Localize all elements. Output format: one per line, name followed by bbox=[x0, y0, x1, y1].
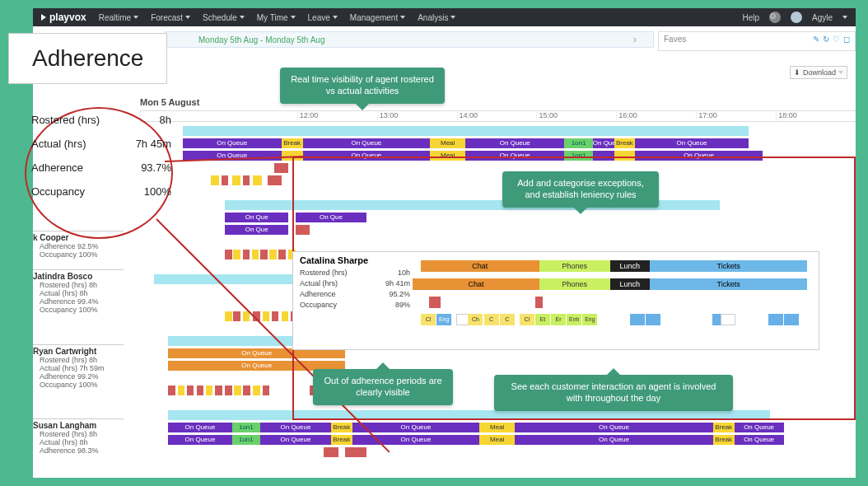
time-tick: 17:00 bbox=[696, 111, 776, 121]
detail-row-actual[interactable]: Chat Phones Lunch Tickets bbox=[421, 277, 815, 292]
play-icon bbox=[41, 14, 46, 21]
chevron-down-icon bbox=[842, 16, 847, 19]
chevron-down-icon bbox=[838, 71, 843, 74]
callout-adherence: Out of adherence periods are clearly vis… bbox=[313, 369, 453, 405]
gantt-row[interactable] bbox=[140, 409, 847, 421]
slide-frame-right bbox=[856, 0, 868, 486]
detail-row-rostered[interactable]: Chat Phones Lunch Tickets bbox=[421, 259, 815, 273]
nav-analysis[interactable]: Analysis bbox=[418, 13, 455, 22]
nav-leave[interactable]: Leave bbox=[308, 13, 338, 22]
agent-card[interactable]: Jatindra Bosco Rostered (hrs) 8h Actual … bbox=[33, 269, 124, 314]
nav-mytime[interactable]: My Time bbox=[257, 13, 296, 22]
date-header: Mon 5 August bbox=[140, 97, 199, 107]
bookmark-icon[interactable]: ◻ bbox=[843, 35, 850, 44]
avatar[interactable] bbox=[791, 12, 802, 23]
gantt-row[interactable]: On Queue 1on1 On Queue Break On Queue Me… bbox=[140, 434, 847, 446]
callout-exceptions: Add and categorise exceptions, and estab… bbox=[502, 171, 659, 208]
interaction-chips[interactable]: Cl Eng Ch C C Cl Et Er Enh Eng bbox=[421, 313, 815, 326]
chevron-down-icon bbox=[291, 16, 296, 19]
metric-value: 93.7% bbox=[141, 161, 171, 174]
time-tick: 12:00 bbox=[297, 111, 377, 121]
help-link[interactable]: Help bbox=[742, 13, 759, 22]
gantt-row[interactable] bbox=[140, 446, 847, 458]
metric-value: 100% bbox=[144, 185, 171, 198]
agent-card[interactable]: Susan Langham Rostered (hrs) 8h Actual (… bbox=[33, 418, 124, 455]
callout-realtime: Real time visibility of agent rostered v… bbox=[280, 68, 445, 104]
brand-text: playvox bbox=[49, 12, 86, 23]
chevron-down-icon bbox=[333, 16, 338, 19]
faves-panel: Faves ✎ ↻ ♡ ◻ bbox=[658, 31, 856, 51]
chevron-down-icon bbox=[240, 16, 245, 19]
metric-label: Rostered (hrs) bbox=[31, 114, 100, 126]
metric-label: Actual (hrs) bbox=[31, 138, 86, 150]
metric-label: Adherence bbox=[31, 161, 83, 174]
time-axis: 12:00 13:00 14:00 15:00 16:00 17:00 18:0… bbox=[140, 110, 856, 122]
agent-card[interactable]: Ryan Cartwright Rostered (hrs) 8h Actual… bbox=[33, 344, 124, 389]
gantt-row[interactable]: On Queue 1on1 On Queue Break On Queue Me… bbox=[140, 422, 847, 433]
date-range-bar[interactable]: Monday 5th Aug - Monday 5th Aug › bbox=[165, 31, 654, 48]
heart-icon[interactable]: ♡ bbox=[833, 35, 840, 44]
slide-frame-bottom bbox=[0, 478, 868, 486]
brand-logo[interactable]: playvox bbox=[41, 12, 86, 23]
chevron-down-icon bbox=[133, 16, 138, 19]
chevron-down-icon bbox=[400, 16, 405, 19]
agent-detail-popup[interactable]: Catalina Sharpe Rostered (hrs)10h Actual… bbox=[292, 251, 819, 350]
time-tick: 15:00 bbox=[536, 111, 616, 121]
gantt-row[interactable]: On Queue Break On Queue Meal On Queue 1o… bbox=[140, 138, 847, 149]
gantt-row[interactable]: On Queue On Queue Meal On Queue 1on1 On … bbox=[140, 150, 847, 161]
detail-row-adherence[interactable] bbox=[421, 295, 815, 310]
nav-management[interactable]: Management bbox=[350, 13, 405, 22]
gear-icon[interactable]: ⚙ bbox=[769, 12, 781, 23]
user-name[interactable]: Agyle bbox=[812, 13, 833, 22]
refresh-icon[interactable]: ↻ bbox=[823, 35, 829, 44]
edit-icon[interactable]: ✎ bbox=[813, 35, 819, 44]
time-tick: 16:00 bbox=[616, 111, 696, 121]
gantt-row[interactable]: On Que On Que bbox=[140, 212, 847, 223]
gantt-row[interactable] bbox=[140, 125, 847, 137]
top-navbar: playvox Realtime Forecast Schedule My Ti… bbox=[33, 8, 856, 26]
download-icon: ⬇ bbox=[794, 68, 800, 77]
agent-card[interactable]: k Cooper Adherence 92.5% Occupancy 100% bbox=[33, 231, 124, 259]
nav-realtime[interactable]: Realtime bbox=[99, 13, 138, 22]
chevron-right-icon[interactable]: › bbox=[633, 34, 637, 45]
gantt-row[interactable] bbox=[140, 199, 847, 211]
date-range-text: Monday 5th Aug - Monday 5th Aug bbox=[198, 35, 324, 44]
chevron-down-icon bbox=[185, 16, 190, 19]
callout-interactions: See each customer interaction an agent i… bbox=[494, 375, 733, 411]
time-tick: 14:00 bbox=[457, 111, 537, 121]
page-title: Adherence bbox=[8, 33, 167, 84]
metric-value: 7h 45m bbox=[136, 138, 171, 150]
nav-schedule[interactable]: Schedule bbox=[203, 13, 245, 22]
time-tick: 13:00 bbox=[377, 111, 457, 121]
gantt-row[interactable]: On Que bbox=[140, 224, 847, 236]
faves-label: Faves bbox=[664, 35, 686, 44]
gantt-row[interactable] bbox=[140, 162, 847, 174]
slide-frame-top bbox=[0, 0, 868, 8]
time-tick: 18:00 bbox=[776, 111, 856, 121]
detail-agent-name: Catalina Sharpe bbox=[300, 255, 410, 265]
metric-label: Occupancy bbox=[31, 185, 85, 198]
chevron-down-icon bbox=[450, 16, 455, 19]
metric-value: 8h bbox=[160, 114, 171, 126]
gantt-row[interactable] bbox=[140, 175, 847, 186]
metrics-summary: Rostered (hrs)8h Actual (hrs)7h 45m Adhe… bbox=[31, 114, 171, 209]
nav-forecast[interactable]: Forecast bbox=[151, 13, 190, 22]
download-button[interactable]: ⬇ Download bbox=[790, 66, 847, 79]
gantt-row[interactable]: On Queue bbox=[140, 360, 847, 372]
